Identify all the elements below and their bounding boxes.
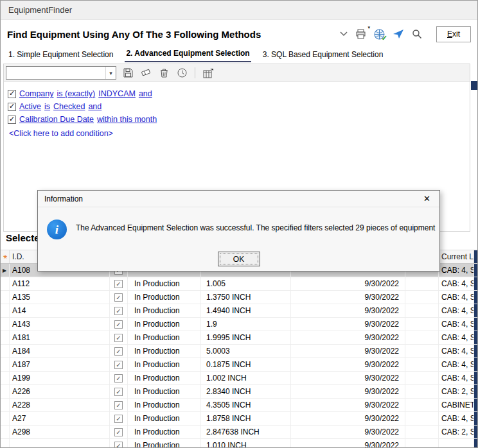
- exit-button[interactable]: Exit: [436, 26, 471, 42]
- row-checkbox[interactable]: [114, 428, 123, 436]
- chevron-down-icon[interactable]: [340, 31, 348, 37]
- table-row[interactable]: A112 In Production 1.005 9/30/2022 CAB: …: [1, 277, 478, 291]
- table-row[interactable]: A181 In Production 1.9995 INCH 9/30/2022…: [1, 331, 478, 345]
- table-row[interactable]: A184 In Production 5.0003 9/30/2022 CAB:…: [1, 345, 478, 358]
- condition-conjunction-link[interactable]: and: [88, 102, 102, 111]
- row-checkbox[interactable]: [114, 334, 123, 342]
- cell-value: 1.3750 INCH: [201, 291, 291, 304]
- table-row[interactable]: A135 In Production 1.3750 INCH 9/30/2022…: [1, 291, 478, 304]
- condition-value-link[interactable]: Checked: [53, 102, 85, 111]
- cell-extra: [405, 412, 439, 425]
- clipped-right-cell: [474, 318, 478, 331]
- cell-current-location: CAB: 4, SH: [439, 264, 474, 277]
- row-checkbox[interactable]: [114, 307, 123, 315]
- cell-due-date: 9/30/2022: [291, 331, 405, 344]
- search-icon[interactable]: [412, 29, 422, 39]
- clipped-right-cell: [474, 426, 478, 438]
- cell-checkbox: [110, 399, 128, 411]
- table-row[interactable]: In Production 1.010 INCH 9/30/2022: [1, 439, 478, 448]
- cell-value: 5.0003: [201, 345, 291, 358]
- close-icon[interactable]: ✕: [421, 194, 433, 203]
- row-checkbox[interactable]: [114, 320, 123, 329]
- table-row[interactable]: A226 In Production 2.8340 INCH 9/30/2022…: [1, 385, 478, 399]
- cell-checkbox: [110, 318, 128, 331]
- condition-field-link[interactable]: Calibration Due Date: [19, 115, 94, 124]
- condition-checkbox[interactable]: [8, 103, 16, 111]
- row-checkbox[interactable]: [114, 442, 123, 448]
- table-row[interactable]: A187 In Production 0.1875 INCH 9/30/2022…: [1, 358, 478, 372]
- condition-field-link[interactable]: Active: [19, 102, 41, 111]
- cell-id: A298: [10, 426, 110, 438]
- column-layout-grid-icon[interactable]: [202, 67, 215, 80]
- send-icon[interactable]: [393, 29, 404, 39]
- row-checkbox[interactable]: [114, 415, 123, 423]
- cell-id: A226: [10, 385, 110, 398]
- tab-bar: 1. Simple Equipment Selection 2. Advance…: [1, 48, 477, 62]
- exit-label-accesskey: E: [447, 30, 452, 39]
- cell-due-date: 9/30/2022: [291, 439, 405, 448]
- condition-value-link[interactable]: INDYCAM: [98, 89, 136, 98]
- cell-due-date: 9/30/2022: [291, 385, 405, 398]
- condition-operator-link[interactable]: is: [44, 102, 50, 111]
- table-row[interactable]: A14 In Production 1.4940 INCH 9/30/2022 …: [1, 304, 478, 318]
- row-checkbox[interactable]: [114, 401, 123, 409]
- clear-filter-eraser-icon[interactable]: [139, 67, 152, 80]
- row-checkbox[interactable]: [114, 280, 123, 288]
- save-filter-icon[interactable]: [121, 67, 134, 80]
- cell-value: 0.1875 INCH: [201, 358, 291, 371]
- table-row[interactable]: A298 In Production 2.847638 INCH 9/30/20…: [1, 426, 478, 439]
- table-row[interactable]: A143 In Production 1.9 9/30/2022 CAB: 4,…: [1, 318, 478, 331]
- cell-checkbox: [110, 426, 128, 438]
- row-select-marker-cell: [1, 439, 10, 448]
- row-checkbox[interactable]: [114, 293, 123, 302]
- cell-id: A143: [10, 318, 110, 331]
- cell-checkbox: [110, 412, 128, 425]
- cell-value: 1.010 INCH: [201, 439, 291, 448]
- condition-operator-link[interactable]: is (exactly): [57, 89, 96, 98]
- globe-check-icon[interactable]: ✓: [374, 29, 385, 40]
- cell-current-location: CAB: 4, SH: [439, 358, 474, 371]
- delete-filter-trash-icon[interactable]: [157, 67, 170, 80]
- header-current-location[interactable]: Current L: [439, 250, 474, 263]
- tab-advanced-equipment-selection[interactable]: 2. Advanced Equipment Selection: [125, 49, 251, 62]
- condition-conjunction-link[interactable]: and: [139, 89, 152, 98]
- cell-status: In Production: [128, 399, 201, 411]
- new-row-indicator-icon: *: [3, 256, 7, 263]
- combo-dropdown-arrow-icon[interactable]: ▾: [105, 67, 116, 79]
- ok-button[interactable]: OK: [218, 252, 260, 266]
- clipped-right-cell: [474, 250, 478, 263]
- row-select-marker-cell: [1, 385, 10, 398]
- cell-extra: [405, 439, 439, 448]
- cell-value: 4.3505 INCH: [201, 399, 291, 411]
- table-row[interactable]: A228 In Production 4.3505 INCH 9/30/2022…: [1, 399, 478, 412]
- cell-due-date: 9/30/2022: [291, 304, 405, 317]
- toolbar-separator: [195, 67, 195, 78]
- clipped-right-cell: [474, 291, 478, 304]
- header-marker-cell: *: [1, 250, 10, 263]
- cell-id: [10, 439, 110, 448]
- row-select-marker-cell: [1, 304, 10, 317]
- condition-field-link[interactable]: Company: [19, 89, 54, 98]
- print-icon[interactable]: ▾: [355, 29, 366, 39]
- tab-simple-equipment-selection[interactable]: 1. Simple Equipment Selection: [7, 50, 114, 62]
- table-row[interactable]: A199 In Production 1.002 INCH 9/30/2022 …: [1, 372, 478, 385]
- cell-status: In Production: [128, 358, 201, 371]
- cell-due-date: 9/30/2022: [291, 291, 405, 304]
- row-checkbox[interactable]: [114, 361, 123, 369]
- row-checkbox[interactable]: [114, 347, 123, 356]
- history-clock-icon[interactable]: [175, 67, 188, 80]
- cell-checkbox: [110, 345, 128, 358]
- saved-filter-combobox[interactable]: ▾: [6, 66, 116, 80]
- add-condition-link[interactable]: <Click here to add condition>: [8, 127, 466, 140]
- condition-checkbox[interactable]: [8, 90, 16, 98]
- row-checkbox[interactable]: [114, 388, 123, 396]
- cell-due-date: 9/30/2022: [291, 426, 405, 438]
- condition-list: Company is (exactly) INDYCAM and Active …: [4, 82, 470, 145]
- condition-operator-link[interactable]: within this month: [97, 115, 157, 124]
- clipped-right-cell: [474, 412, 478, 425]
- row-checkbox[interactable]: [114, 374, 123, 383]
- condition-checkbox[interactable]: [8, 116, 16, 124]
- clipped-right-cell: [474, 399, 478, 411]
- table-row[interactable]: A27 In Production 1.8758 INCH 9/30/2022 …: [1, 412, 478, 426]
- tab-sql-equipment-selection[interactable]: 3. SQL Based Equipment Selection: [261, 50, 385, 62]
